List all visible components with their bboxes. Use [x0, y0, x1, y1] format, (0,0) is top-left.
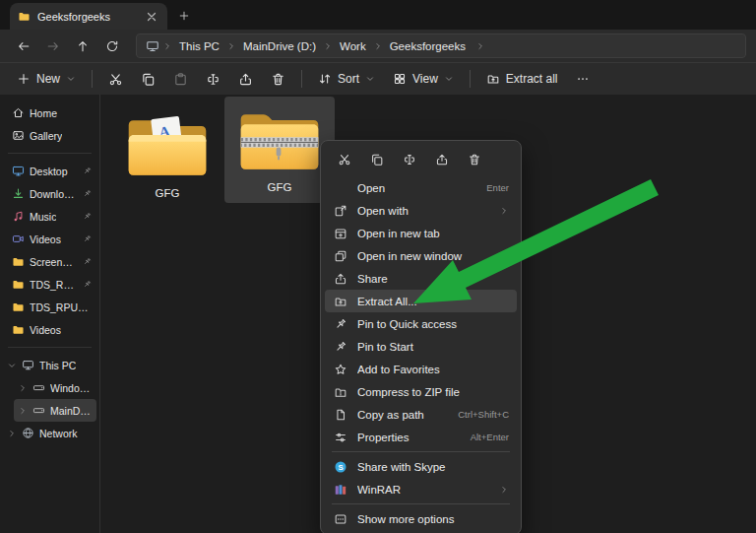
pin-icon: [333, 339, 347, 354]
quick-action-button[interactable]: [397, 148, 422, 171]
breadcrumb-item[interactable]: Geeksforgeeks: [386, 39, 470, 53]
quick-action-button[interactable]: [332, 148, 357, 171]
sidebar-separator: [8, 153, 92, 154]
file-tile[interactable]: A GFG: [112, 102, 222, 209]
context-menu-item[interactable]: Compress to ZIP file: [325, 380, 517, 403]
sidebar-item[interactable]: TDS_RPU_5.0: [3, 296, 96, 318]
file-name: GFG: [156, 187, 180, 199]
breadcrumb-item[interactable]: This PC: [175, 39, 223, 53]
path-icon: [333, 407, 347, 422]
context-menu-item[interactable]: Open in new window: [325, 244, 517, 267]
toolbar-separator: [301, 70, 302, 88]
titlebar: Geeksforgeeks: [0, 0, 756, 30]
forward-button[interactable]: [39, 33, 66, 59]
breadcrumb-segment: Work: [323, 39, 370, 53]
back-button[interactable]: [10, 33, 36, 59]
sidebar-item[interactable]: Videos: [3, 228, 96, 250]
chevron-down-icon: [66, 74, 76, 84]
menu-separator: [332, 451, 510, 452]
share-icon: [238, 72, 253, 87]
menu-item-label: Open in new window: [357, 250, 501, 262]
context-menu-item[interactable]: S Share with Skype: [325, 455, 517, 478]
chevron-right-icon[interactable]: [18, 383, 28, 393]
context-menu-item[interactable]: Show more options: [325, 507, 517, 530]
sort-button[interactable]: Sort: [310, 66, 383, 93]
chevron-down-icon: [444, 74, 454, 84]
context-menu-item[interactable]: Open in new tab: [325, 222, 517, 244]
menu-item-label: Pin to Start: [357, 341, 501, 353]
extract-icon: [333, 294, 347, 308]
context-menu-item[interactable]: Add to Favorites: [325, 358, 517, 380]
paste-button[interactable]: [165, 66, 196, 93]
network-icon: [22, 427, 34, 439]
new-tab-button[interactable]: [171, 3, 197, 29]
menu-item-label: Share with Skype: [357, 461, 501, 473]
rename-button[interactable]: [198, 66, 228, 93]
delete-button[interactable]: [263, 66, 293, 93]
pin-icon: [83, 280, 92, 289]
context-menu-item[interactable]: Open with: [325, 199, 517, 222]
explorer-tab[interactable]: Geeksforgeeks: [10, 3, 167, 30]
winrar-icon: [333, 482, 347, 497]
up-arrow-icon: [76, 39, 90, 53]
pin-icon: [83, 257, 92, 266]
breadcrumb-chevron-icon: [475, 41, 485, 51]
pc-icon: [22, 359, 34, 371]
sidebar-item-label: Videos: [30, 233, 61, 245]
breadcrumb-item[interactable]: MainDrive (D:): [239, 39, 320, 53]
breadcrumb-item[interactable]: Work: [336, 39, 370, 53]
context-menu-item[interactable]: Open Enter: [325, 176, 517, 199]
sidebar-item[interactable]: Music: [3, 205, 96, 228]
sidebar-item[interactable]: TDS_RPU_5.1: [3, 273, 96, 296]
sidebar-item[interactable]: Gallery: [3, 124, 96, 147]
copy-button[interactable]: [133, 66, 163, 93]
context-menu-item[interactable]: Share: [325, 267, 517, 290]
address-bar[interactable]: This PC MainDrive (D:) Work Geeksforgeek…: [136, 33, 746, 58]
sidebar-item[interactable]: Desktop: [3, 160, 96, 182]
breadcrumb-chevron-icon: [226, 41, 236, 51]
refresh-button[interactable]: [98, 33, 125, 59]
context-menu-item[interactable]: Pin to Start: [325, 335, 517, 358]
new-button-label: New: [36, 72, 60, 86]
chevron-right-icon[interactable]: [7, 429, 17, 438]
sidebar-item[interactable]: Downloads: [3, 182, 96, 205]
context-menu-item[interactable]: Extract All...: [325, 290, 517, 312]
video-icon: [12, 233, 25, 245]
toolbar-separator: [470, 70, 471, 88]
sidebar-tree-item[interactable]: Windows (C:): [14, 376, 96, 399]
menu-item-label: Properties: [357, 432, 463, 443]
menu-item-label: Extract All...: [357, 296, 501, 307]
sidebar-item-label: Videos: [30, 324, 61, 336]
new-button[interactable]: New: [9, 66, 84, 93]
context-menu-item[interactable]: Properties Alt+Enter: [325, 426, 517, 448]
cut-button[interactable]: [100, 66, 131, 93]
context-menu-item[interactable]: WinRAR: [325, 478, 517, 500]
sidebar-tree-item[interactable]: MainDrive (D:): [14, 399, 96, 422]
sidebar-item-label: Downloads: [30, 188, 78, 200]
folder-icon: [12, 323, 25, 336]
sidebar-item[interactable]: Screenshots: [3, 250, 96, 273]
quick-action-button[interactable]: [462, 148, 487, 171]
context-menu-item[interactable]: Copy as path Ctrl+Shift+C: [325, 403, 517, 426]
chevron-down-icon: [365, 74, 375, 84]
quick-action-button[interactable]: [364, 148, 390, 171]
close-tab-icon[interactable]: [144, 9, 159, 25]
toolbar-separator: [92, 70, 93, 88]
sidebar-item[interactable]: Home: [3, 101, 96, 124]
sidebar-tree-item[interactable]: This PC: [3, 354, 96, 376]
sidebar-item[interactable]: Videos: [3, 318, 96, 341]
sidebar-item-label: Network: [39, 428, 78, 439]
up-button[interactable]: [69, 33, 95, 59]
chevron-right-icon[interactable]: [18, 406, 28, 416]
view-button[interactable]: View: [385, 66, 462, 93]
extract-all-button[interactable]: Extract all: [478, 66, 566, 93]
chevron-right-icon: [499, 206, 509, 216]
share-button[interactable]: [230, 66, 261, 93]
quick-action-button[interactable]: [429, 148, 455, 171]
see-more-button[interactable]: [568, 66, 598, 93]
tab-title: Geeksforgeeks: [37, 11, 110, 23]
context-menu-item[interactable]: Pin to Quick access: [325, 312, 517, 335]
sidebar-tree-item[interactable]: Network: [3, 422, 96, 444]
chevron-down-icon[interactable]: [7, 361, 17, 370]
file-tile[interactable]: GFG: [224, 97, 335, 203]
